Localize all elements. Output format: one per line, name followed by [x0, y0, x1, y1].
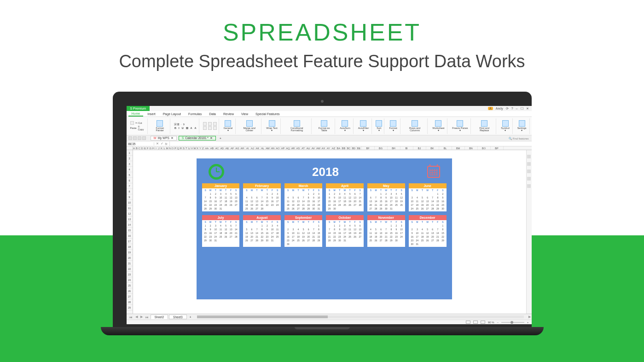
ribbon-general[interactable]: General ▾	[221, 118, 236, 134]
col-header[interactable]: AS	[296, 146, 301, 150]
zoom-out-button[interactable]: –	[497, 321, 499, 324]
cancel-formula-icon[interactable]: ✕	[156, 142, 159, 146]
col-header[interactable]: AL	[261, 146, 266, 150]
ribbon-wrap-text[interactable]: Wrap Text ▾	[263, 118, 280, 134]
user-name[interactable]: Andy	[496, 107, 503, 110]
menu-tab-view[interactable]: View	[238, 112, 251, 116]
row-header[interactable]: 24	[127, 277, 133, 283]
mywps-tab[interactable]: WMy WPS✕	[151, 136, 177, 140]
sidepanel-icon[interactable]	[527, 162, 531, 166]
row-header[interactable]: 2	[127, 156, 133, 161]
font-style-button[interactable]: ⊞	[186, 127, 189, 129]
minimize-button[interactable]: –	[516, 107, 518, 110]
col-header[interactable]: AW	[316, 146, 321, 150]
font-style-button[interactable]: B	[174, 127, 177, 129]
new-tab-button[interactable]: +	[218, 137, 223, 140]
col-header[interactable]: BO	[478, 146, 491, 150]
sheet-nav-last[interactable]: ⏭	[145, 315, 150, 319]
sheet-tab-sheet2[interactable]: Sheet2	[151, 315, 168, 319]
col-header[interactable]: BB	[342, 146, 347, 150]
copy-button[interactable]: ⎘ Copy	[138, 125, 146, 131]
cells-viewport[interactable]: 2018 JanuarySMTWTFS123456789101112131415…	[133, 150, 532, 314]
zoom-level[interactable]: 90 %	[488, 321, 494, 324]
close-button[interactable]: ✕	[526, 107, 529, 111]
col-header[interactable]: BG	[375, 146, 388, 150]
col-header[interactable]: AA	[205, 146, 210, 150]
col-header[interactable]: AF	[230, 146, 235, 150]
row-header[interactable]: 25	[127, 283, 133, 288]
sidepanel-icon[interactable]	[527, 155, 531, 158]
ribbon-sort[interactable]: Sort ▾	[374, 118, 384, 134]
col-header[interactable]: BC	[347, 146, 352, 150]
cut-button[interactable]: ✂ Cut	[135, 122, 142, 124]
col-header[interactable]: AT	[301, 146, 306, 150]
ribbon-format-as-table[interactable]: Format as Table	[313, 118, 335, 134]
row-header[interactable]: 28	[127, 299, 133, 305]
sidepanel-icon[interactable]	[527, 177, 531, 181]
col-header[interactable]: AV	[311, 146, 316, 150]
ribbon-worksheet[interactable]: Worksheet ▾	[429, 118, 447, 134]
align-left-icon[interactable]	[203, 122, 207, 126]
align-center-icon[interactable]	[208, 122, 212, 126]
ribbon-merge-and-center[interactable]: Merge and Center	[238, 118, 261, 134]
sheet-tab-sheet3[interactable]: Sheet3	[169, 315, 187, 319]
font-style-button[interactable]: U	[181, 127, 184, 129]
font-style-button[interactable]: A	[194, 127, 197, 129]
row-header[interactable]: 11	[127, 205, 133, 211]
align-mid-icon[interactable]	[208, 126, 212, 130]
name-box[interactable]: BE35	[127, 142, 154, 146]
row-header[interactable]: 13	[127, 216, 133, 222]
menu-tab-special-features[interactable]: Special Features	[252, 112, 283, 116]
save-icon[interactable]	[128, 136, 132, 140]
row-header[interactable]: 16	[127, 233, 133, 239]
row-header[interactable]: 26	[127, 288, 133, 294]
row-header[interactable]: 8	[127, 189, 133, 194]
sidepanel-icon[interactable]	[527, 184, 531, 188]
col-header[interactable]: AY	[326, 146, 331, 150]
sheet-nav-prev[interactable]: ◀	[134, 315, 139, 319]
col-header[interactable]: AX	[321, 146, 326, 150]
row-header[interactable]: 7	[127, 183, 133, 189]
ribbon-freeze-panes[interactable]: Freeze Panes ▾	[449, 118, 471, 134]
premium-badge[interactable]: S Premium	[127, 106, 150, 111]
row-header[interactable]: 1	[127, 150, 133, 156]
col-header[interactable]: AC	[215, 146, 220, 150]
col-header[interactable]: AJ	[250, 146, 255, 150]
row-header[interactable]: 15	[127, 228, 133, 233]
col-header[interactable]: AU	[306, 146, 311, 150]
align-top-icon[interactable]	[203, 126, 207, 130]
menu-tab-review[interactable]: Review	[220, 112, 237, 116]
menu-tab-data[interactable]: Data	[206, 112, 219, 116]
view-pagebreak-icon[interactable]	[473, 321, 478, 324]
ribbon-symbol[interactable]: Symbol ▾	[498, 118, 512, 134]
col-header[interactable]: BH	[388, 146, 400, 150]
row-header[interactable]: 17	[127, 239, 133, 244]
align-right-icon[interactable]	[213, 122, 217, 126]
row-header[interactable]: 9	[127, 194, 133, 200]
row-header[interactable]: 29	[127, 305, 133, 310]
col-header[interactable]: BA	[337, 146, 342, 150]
ribbon-format[interactable]: Format ▾	[386, 118, 400, 134]
paste-icon[interactable]	[130, 121, 134, 125]
col-header[interactable]: BD	[352, 146, 357, 150]
col-header[interactable]: AB	[210, 146, 215, 150]
col-header[interactable]: BL	[439, 146, 452, 150]
maximize-button[interactable]: ☐	[521, 107, 523, 111]
row-header[interactable]: 22	[127, 266, 133, 272]
col-header[interactable]: AG	[235, 146, 240, 150]
accept-formula-icon[interactable]: ✓	[161, 142, 163, 146]
fx-button[interactable]: fx	[165, 142, 168, 146]
row-header[interactable]: 18	[127, 244, 133, 250]
col-header[interactable]: BM	[452, 146, 465, 150]
menu-tab-formulas[interactable]: Formulas	[185, 112, 205, 116]
sync-icon[interactable]: ⟳	[506, 107, 509, 111]
col-header[interactable]: AZ	[331, 146, 337, 150]
ribbon-rows-and-columns[interactable]: Rows and Columns	[402, 118, 428, 134]
horizontal-scrollbar[interactable]	[197, 315, 524, 318]
view-normal-icon[interactable]	[466, 321, 470, 324]
col-header[interactable]: AI	[245, 146, 250, 150]
zoom-slider[interactable]	[501, 322, 524, 323]
col-header[interactable]: AQ	[286, 146, 291, 150]
sidepanel-icon[interactable]	[527, 169, 531, 173]
col-header[interactable]: AM	[266, 146, 271, 150]
